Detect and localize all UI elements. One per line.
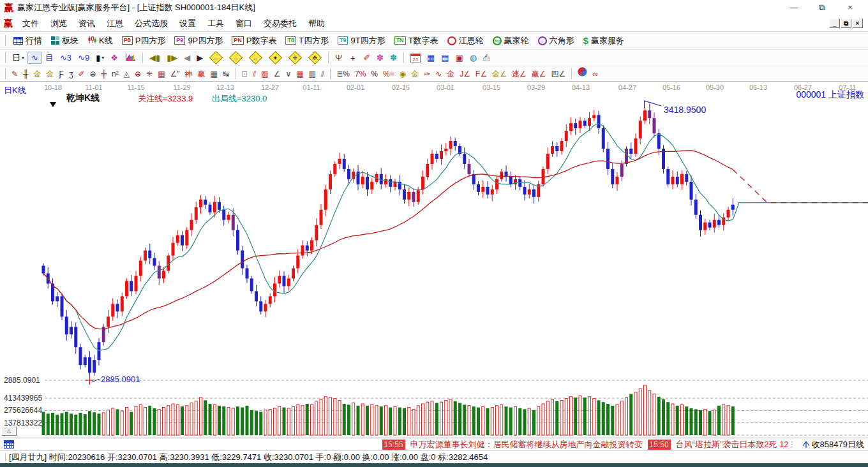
ying-angle-tool[interactable]: 赢∠ <box>529 68 549 80</box>
nine-t-square-button[interactable]: T99T四方形 <box>333 34 390 48</box>
child-close-button[interactable]: × <box>852 19 863 28</box>
menu-7[interactable]: 窗口 <box>230 16 258 31</box>
crosshair-button[interactable]: ＋ <box>345 52 360 64</box>
red-grid-tool[interactable]: ▦ <box>294 68 306 80</box>
compass-tool[interactable]: ◬ <box>121 68 132 80</box>
quotes-button[interactable]: 行情 <box>9 34 47 48</box>
t-square-button[interactable]: T8T四方形 <box>281 34 333 48</box>
comb-ruler-tool[interactable]: ╪ <box>99 68 110 80</box>
n-square-tool[interactable]: n² <box>109 68 121 80</box>
child-minimize-button[interactable]: _ <box>829 19 840 28</box>
slash-lines-tool[interactable]: ⫽ <box>318 68 327 80</box>
red-fan-tool[interactable]: ⫽ <box>250 68 258 80</box>
gold-circle-tool[interactable]: ◉ <box>397 68 408 80</box>
news-headline[interactable]: 申万宏源董事长刘健：居民储蓄将继续从房地产向金融投资转变 <box>410 439 643 450</box>
winner-flower-button[interactable]: ❖ <box>107 52 121 63</box>
square-web-tool[interactable]: ▦ <box>155 68 167 80</box>
fit-diamond-button[interactable]: ✦ <box>266 52 285 63</box>
calendar-button[interactable]: 21 <box>407 53 424 63</box>
hand-drag-button[interactable]: Ψ <box>332 52 345 63</box>
candle-style-button[interactable]: ▮▾ <box>93 52 107 63</box>
menu-9[interactable]: 帮助 <box>303 16 331 31</box>
spiral-tool[interactable]: ʒ <box>66 68 76 80</box>
circle-ruler-tool[interactable]: ⊕ <box>87 68 99 80</box>
wave-9-button[interactable]: ∿9 <box>75 52 93 63</box>
four-angle-tool[interactable]: 四∠ <box>548 68 568 80</box>
t-number-table-button[interactable]: TNT数字表 <box>390 34 443 48</box>
percent-tool[interactable]: % <box>368 68 380 80</box>
news-headline[interactable]: 台风“塔拉斯”袭击日本致2死 12 <box>676 439 789 450</box>
wave-band-tool[interactable]: ∿ <box>433 68 444 80</box>
f-angle-tool[interactable]: F∠ <box>473 68 490 80</box>
red-pencil-tool[interactable]: ✐ <box>75 68 87 80</box>
angle-pin-button[interactable]: ✐ <box>360 52 373 63</box>
grow-x-diamond-button[interactable]: → <box>226 52 246 63</box>
wave-3-button[interactable]: ∿3 <box>57 52 75 63</box>
taiji-button[interactable] <box>575 67 590 80</box>
color-chart-button[interactable] <box>121 52 139 64</box>
seven-percent-tool[interactable]: 7% <box>352 68 368 80</box>
infinity-button[interactable]: ∞ <box>590 68 601 80</box>
shrink-x-diamond-button[interactable]: ← <box>206 52 226 63</box>
star-burst-tool[interactable]: ✳ <box>144 68 155 80</box>
p-square-button[interactable]: P8P四方形 <box>117 34 170 48</box>
square-frame-tool[interactable]: ⊡ <box>239 68 250 80</box>
gold-line-tool[interactable]: 金 <box>408 68 421 80</box>
gold-angle-tool[interactable]: 金∠ <box>490 68 509 80</box>
su-angle-tool[interactable]: 速∠ <box>509 68 529 80</box>
notepad-button[interactable]: ▤ <box>438 52 452 63</box>
collapse-volume-button[interactable]: △ <box>1 426 17 436</box>
close-button[interactable]: × <box>836 3 864 13</box>
width-measure-tool[interactable]: ↹ <box>220 68 232 80</box>
info-notes-button[interactable]: 目 <box>42 52 57 64</box>
winner-service-button[interactable]: $赢家服务 <box>579 34 629 48</box>
pencil-tool[interactable]: ✎ <box>9 68 20 80</box>
expand-diamond-button[interactable]: ↔ <box>246 52 266 63</box>
minimize-button[interactable]: — <box>780 3 808 13</box>
winner-wheel-button[interactable]: Big赢家轮 <box>488 34 534 48</box>
menu-1[interactable]: 浏览 <box>45 16 73 31</box>
child-restore-button[interactable]: ⧉ <box>841 19 851 28</box>
hatch-box-tool[interactable]: ▨ <box>258 68 271 80</box>
ink-brush-tool[interactable]: ✑ <box>421 68 433 80</box>
move-all-diamond-button[interactable]: ✥ <box>305 52 325 63</box>
tick-ruler-tool[interactable]: ╫ <box>20 68 31 80</box>
sectors-button[interactable]: 板块 <box>47 34 83 48</box>
menu-0[interactable]: 文件 <box>17 16 45 31</box>
f-ruler-tool[interactable]: Ƒ <box>57 68 66 80</box>
skip-end-button[interactable]: ▮▶ <box>163 52 181 63</box>
step-back-button[interactable]: ◀ <box>181 52 193 63</box>
calculator-button[interactable]: ▦ <box>424 52 438 63</box>
gold-gate-tool-2[interactable]: 金 <box>44 68 57 80</box>
restore-button[interactable]: ⧉ <box>808 3 836 13</box>
menu-8[interactable]: 交易委托 <box>258 16 303 31</box>
menu-3[interactable]: 江恩 <box>101 16 129 31</box>
gann-wheel-button[interactable]: ◦江恩轮 <box>443 34 488 48</box>
menu-5[interactable]: 设置 <box>174 16 202 31</box>
gann-flower-teal-button[interactable]: ✽ <box>387 52 400 63</box>
save-button[interactable]: ▣ <box>453 52 467 63</box>
percent-list-tool[interactable]: ≣% <box>334 68 352 80</box>
grid-123-tool[interactable]: ▦ <box>208 68 220 80</box>
menu-6[interactable]: 工具 <box>202 16 230 31</box>
dark-grid-tool[interactable]: ▥ <box>306 68 318 80</box>
web-chart-button[interactable]: ◍ <box>467 52 480 63</box>
toolbar-grip[interactable] <box>4 68 6 79</box>
kline-button[interactable]: K线 <box>83 34 117 48</box>
kline-chart[interactable]: 2885.09014134399652756266441378133222885… <box>0 82 868 438</box>
menu-4[interactable]: 公式选股 <box>129 16 174 31</box>
gann-flower-pink-button[interactable]: ✽ <box>373 52 387 63</box>
qiankun-wave-toggle[interactable]: ∿ <box>27 52 42 64</box>
period-day-button[interactable]: 日▾ <box>9 52 27 64</box>
statusbar-grip[interactable] <box>4 453 6 461</box>
target-circle-tool[interactable]: ⊕ <box>132 68 144 80</box>
news-grid-icon[interactable] <box>4 440 14 448</box>
gold-gate-tool-1[interactable]: 金 <box>31 68 44 80</box>
j-angle-tool[interactable]: J∠ <box>457 68 473 80</box>
cross-diamond-button[interactable]: ✛ <box>285 52 305 63</box>
percent-line-tool[interactable]: %= <box>380 68 397 80</box>
shen-grid-tool[interactable]: 神 <box>183 68 195 80</box>
skip-start-button[interactable]: ◀▮ <box>146 52 163 63</box>
zigzag-tool[interactable]: ∨ <box>283 68 294 80</box>
print-button[interactable]: ⎙ <box>480 52 493 64</box>
